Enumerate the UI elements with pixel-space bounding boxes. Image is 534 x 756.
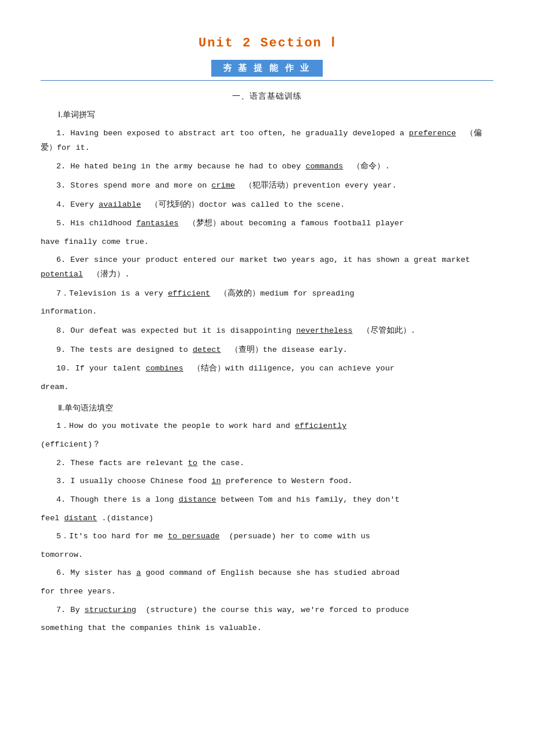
section2-item-5: 5．It's too hard for me to persuade (pers… [41, 530, 493, 543]
section1-item-2: 2. He hated being in the army because he… [41, 159, 493, 174]
section2-item-7-cont: something that the companies think is va… [41, 621, 493, 635]
section1-item-10: 10. If your talent combines （结合）with dil… [41, 361, 493, 376]
section1-item-7-cont: information. [41, 305, 493, 319]
section-banner: 夯 基 提 能 作 业 [211, 60, 323, 77]
section1-item-3: 3. Stores spend more and more on crime （… [41, 178, 493, 193]
section1-item-9: 9. The tests are designed to detect （查明）… [41, 343, 493, 357]
section1-item-7: 7．Television is a very efficient （高效的）me… [41, 286, 493, 301]
section2-item-2: 2. These facts are relevant to the case. [41, 456, 493, 470]
section1-item-10-cont: dream. [41, 380, 493, 394]
section2-item-1-cont: (efficient)？ [41, 438, 493, 452]
section1-item-4: 4. Every available （可找到的）doctor was call… [41, 197, 493, 212]
sub-heading-2: Ⅱ.单句语法填空 [58, 403, 493, 413]
section2-item-4-cont: feel distant .(distance) [41, 512, 493, 525]
section2-item-6: 6. My sister has a good command of Engli… [41, 566, 493, 580]
section1-item-6: 6. Ever since your product entered our m… [41, 253, 493, 281]
section1-heading: 一、语言基础训练 [41, 91, 493, 102]
section2-item-4: 4. Though there is a long distance betwe… [41, 493, 493, 507]
section1-item-8: 8. Our defeat was expected but it is dis… [41, 323, 493, 338]
section1-item-5-cont: have finally come true. [41, 235, 493, 249]
section2-item-3: 3. I usually choose Chinese food in pref… [41, 474, 493, 488]
section1-item-1: 1. Having been exposed to abstract art t… [41, 126, 493, 154]
section2-item-7: 7. By structuring (structure) the course… [41, 603, 493, 617]
section1-item-5: 5. His childhood fantasies （梦想）about bec… [41, 216, 493, 231]
page-title: Unit 2 Section Ⅰ [41, 35, 493, 51]
section2-item-5-cont: tomorrow. [41, 548, 493, 562]
section2-item-6-cont: for three years. [41, 585, 493, 599]
divider [41, 80, 493, 81]
sub-heading-1: Ⅰ.单词拼写 [58, 110, 493, 120]
section2-item-1: 1．How do you motivate the people to work… [41, 419, 493, 433]
